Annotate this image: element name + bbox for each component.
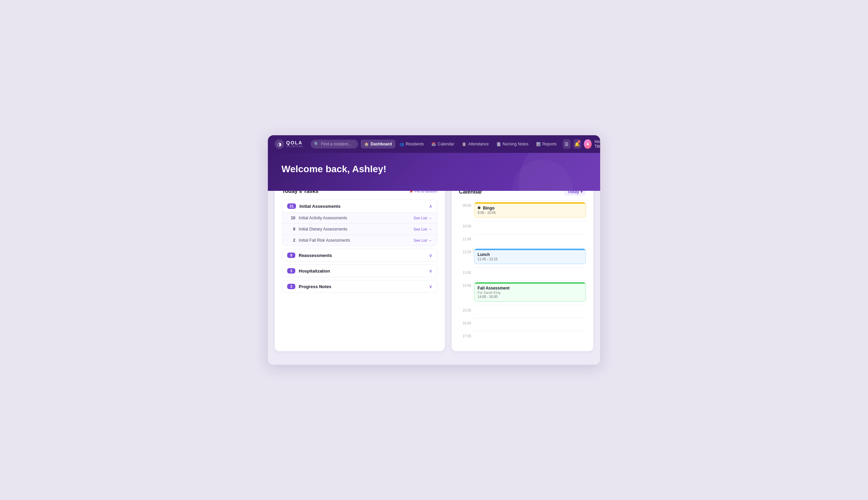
reassessments-chevron: ∨ [429,252,432,258]
time-slot-10: 10:00 [459,221,586,232]
notification-dot [578,140,580,143]
section-initial-assessments: 21 Initial Assessments ∧ 10 Initial Acti… [282,200,437,246]
hospitalization-label: Hospitalization [299,269,426,274]
time-slot-11: 11:00 [459,234,586,246]
nav-link-attendance[interactable]: 📋 Attendance [459,140,492,148]
lunch-time: 11:45 - 13:15 [478,257,582,261]
menu-button[interactable]: ☰ [563,139,571,149]
initial-assessments-label: Initial Assessments [300,204,425,209]
attendance-icon: 📋 [462,142,466,146]
events-col-10 [474,221,586,232]
events-col-17 [474,331,586,342]
activity-arrow-icon: → [428,216,432,220]
calendar-card: Calendar Today ▾ 09:00 Bingo [452,181,593,351]
events-col-15 [474,305,586,317]
calendar-icon: 📅 [431,142,436,146]
section-reassessments: 9 Reassessments ∨ [282,249,437,262]
time-slot-17: 17:00 [459,331,586,342]
nav-link-reports[interactable]: 📊 Reports [533,140,560,148]
activity-see-list[interactable]: See List → [414,216,432,220]
time-slot-16: 16:00 [459,318,586,329]
initial-assessments-body: 10 Initial Activity Assessments See List… [282,212,437,246]
events-col-14: Fall Assessment For Sarah King 14:00 - 1… [474,280,586,304]
navbar: ◑ QOLA CLINICAL 🔍 🏠 Dashboard 👥 Resident… [268,135,600,153]
dietary-arrow-icon: → [428,227,432,231]
lunch-title: Lunch [478,252,582,257]
dietary-see-list[interactable]: See List → [414,227,432,231]
progress-notes-header[interactable]: 3 Progress Notes ∨ [282,280,437,293]
initial-assessments-header[interactable]: 21 Initial Assessments ∧ [282,200,437,212]
fall-risk-label: Initial Fall Risk Assessments [299,238,410,243]
progress-notes-label: Progress Notes [299,284,426,289]
fall-assessment-title: Fall Assessment [478,286,582,291]
initial-assessments-chevron: ∧ [429,203,432,209]
dashboard-icon: 🏠 [364,142,369,146]
logo-icon: ◑ [275,139,284,149]
activity-badge: 10 [289,216,295,220]
search-bar[interactable]: 🔍 [311,140,358,148]
events-col-12: Lunch 11:45 - 13:15 [474,247,586,266]
dietary-badge: 9 [289,227,295,231]
progress-notes-badge: 3 [287,284,295,289]
fall-risk-see-list[interactable]: See List → [414,238,432,243]
hospitalization-badge: 3 [287,268,295,274]
time-label-09: 09:00 [459,200,471,207]
event-lunch[interactable]: Lunch 11:45 - 13:15 [474,249,586,264]
time-label-17: 17:00 [459,331,471,338]
time-label-11: 11:00 [459,234,471,241]
nav-link-calendar[interactable]: 📅 Calendar [428,140,458,148]
hospitalization-header[interactable]: 3 Hospitalization ∨ [282,265,437,277]
time-label-10: 10:00 [459,221,471,228]
bingo-time: 9:00 - 10:45 [478,211,582,215]
reports-icon: 📊 [536,142,541,146]
bingo-title: Bingo [483,206,495,211]
logo-qola: QOLA [286,140,304,145]
time-label-15: 15:00 [459,305,471,312]
calendar-timeline: 09:00 Bingo 9:00 - 10:45 10:00 [459,200,586,344]
event-fall-assessment[interactable]: Fall Assessment For Sarah King 14:00 - 1… [474,282,586,302]
progress-notes-chevron: ∨ [429,284,432,289]
fall-risk-arrow-icon: → [428,238,432,243]
section-hospitalization: 3 Hospitalization ∨ [282,264,437,277]
search-icon: 🔍 [314,142,319,146]
time-slot-09: 09:00 Bingo 9:00 - 10:45 [459,200,586,220]
time-label-12: 12:00 [459,247,471,254]
avatar[interactable]: A [584,139,592,149]
logo-area: ◑ QOLA CLINICAL [275,139,304,149]
logo-text: QOLA CLINICAL [286,140,304,148]
time-slot-13: 13:00 [459,268,586,279]
nav-link-nursing-notes[interactable]: 📄 Nursing Notes [493,140,532,148]
event-bingo[interactable]: Bingo 9:00 - 10:45 [474,202,586,218]
reassessments-label: Reassessments [299,253,426,258]
search-input[interactable] [321,142,353,146]
fall-risk-badge: 2 [289,238,295,243]
nav-right: ☰ 🔔 A Home Title ▾ [563,139,600,149]
reassessments-header[interactable]: 9 Reassessments ∨ [282,249,437,261]
home-title-button[interactable]: Home Title ▾ [594,139,600,149]
fall-assessment-time: 14:00 - 16:00 [478,295,582,299]
events-col-13 [474,268,586,279]
welcome-title: Welcome back, Ashley! [281,164,587,174]
nursing-notes-icon: 📄 [496,142,501,146]
fall-assessment-sub: For Sarah King [478,291,582,295]
events-col-11 [474,234,586,246]
tasks-card: Today's Tasks 📌 Pin to Bottom 21 Initial… [275,181,445,351]
reassessments-badge: 9 [287,252,295,258]
activity-assessments-row: 10 Initial Activity Assessments See List… [282,212,437,224]
dietary-label: Initial Dietary Assessments [299,227,410,231]
hero: Welcome back, Ashley! [268,153,600,191]
time-label-16: 16:00 [459,318,471,325]
events-col-09: Bingo 9:00 - 10:45 [474,200,586,220]
time-slot-14: 14:00 Fall Assessment For Sarah King 14:… [459,280,586,304]
time-label-13: 13:00 [459,268,471,275]
events-col-16 [474,318,586,329]
dietary-assessments-row: 9 Initial Dietary Assessments See List → [282,224,437,235]
nav-link-dashboard[interactable]: 🏠 Dashboard [361,140,395,148]
notifications-button[interactable]: 🔔 [573,139,581,149]
residents-icon: 👥 [399,142,404,146]
content-row: Today's Tasks 📌 Pin to Bottom 21 Initial… [268,181,600,365]
nav-links: 🏠 Dashboard 👥 Residents 📅 Calendar 📋 Att… [361,140,560,148]
app-shell: ◑ QOLA CLINICAL 🔍 🏠 Dashboard 👥 Resident… [268,135,600,365]
activity-label: Initial Activity Assessments [299,216,410,220]
nav-link-residents[interactable]: 👥 Residents [396,140,427,148]
